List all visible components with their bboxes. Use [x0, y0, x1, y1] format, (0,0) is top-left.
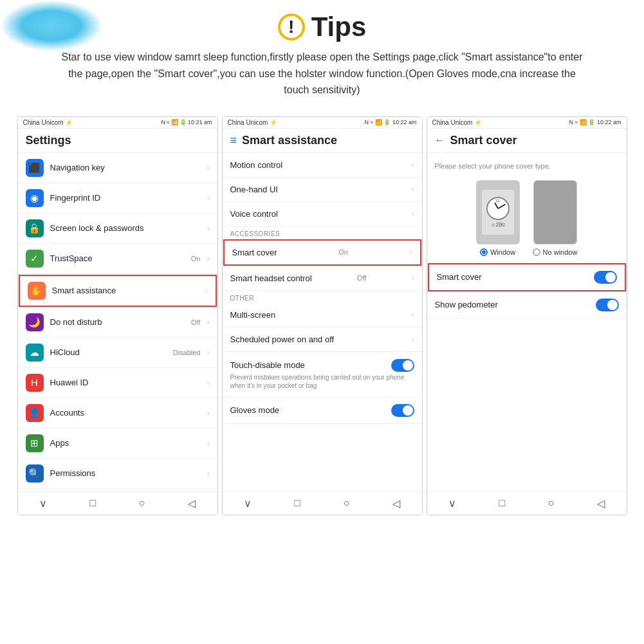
settings-item-screenlock[interactable]: 🔒 Screen lock & passwords ›: [18, 214, 217, 244]
bottom-nav-2: ∨ □ ○ ◁: [223, 492, 422, 515]
nav-down-2[interactable]: ∨: [244, 497, 252, 510]
huaweiid-icon: H: [26, 374, 44, 392]
nowindow-radio: [533, 248, 540, 256]
dnd-icon: 🌙: [26, 313, 44, 331]
sa-voice-control[interactable]: Voice control ›: [223, 202, 422, 226]
smart-assistance-chevron: ›: [205, 286, 208, 295]
smart-cover-label: Smart cover: [232, 248, 277, 257]
clock-display: 12 ☼28c: [482, 190, 514, 235]
page-header: ! Tips Star to use view window samrt sle…: [0, 0, 644, 116]
sa-touch-disable[interactable]: Touch-disable mode Prevent mistaken oper…: [223, 352, 422, 398]
settings-item-dnd[interactable]: 🌙 Do not disturb Off ›: [18, 308, 217, 338]
settings-item-huaweiid[interactable]: H Huawei ID ›: [18, 368, 217, 398]
title-text: Tips: [311, 12, 367, 42]
apps-chevron: ›: [207, 439, 210, 448]
clock-face: 12: [486, 197, 510, 220]
touch-disable-toggle[interactable]: [391, 359, 414, 372]
hicloud-icon: ☁: [26, 344, 44, 362]
smart-cover-toggle[interactable]: [594, 271, 617, 284]
cover-option-window[interactable]: 12 ☼28c Window: [476, 180, 520, 256]
show-pedometer-label: Show pedometer: [435, 300, 498, 309]
nav-back-3[interactable]: ◁: [597, 497, 605, 510]
sa-multiscreen[interactable]: Multi-screen ›: [223, 303, 422, 327]
fingerprint-label: Fingerprint ID: [50, 193, 201, 203]
nav-circle-1[interactable]: ○: [139, 497, 145, 509]
settings-item-smart-assistance[interactable]: ✋ Smart assistance ›: [19, 275, 217, 307]
apps-label: Apps: [50, 438, 201, 448]
bottom-nav-3: ∨ □ ○ ◁: [427, 492, 627, 515]
fingerprint-chevron: ›: [207, 194, 210, 203]
menu-icon[interactable]: ≡: [230, 134, 237, 147]
sa-motion-control[interactable]: Motion control ›: [223, 153, 422, 178]
tips-description: Star to use view window samrt sleep func…: [59, 49, 586, 98]
nav-circle-2[interactable]: ○: [344, 497, 350, 509]
accounts-chevron: ›: [207, 409, 210, 418]
nav-label: Navigation key: [50, 163, 201, 172]
onehand-label: One-hand UI: [230, 185, 278, 194]
voice-label: Voice control: [230, 209, 278, 219]
permissions-label: Permissions: [50, 468, 201, 478]
show-pedometer-toggle[interactable]: [596, 299, 619, 311]
settings-title: Settings: [26, 134, 71, 147]
smart-cover-page-title: Smart cover: [450, 134, 517, 147]
nav-square-1[interactable]: □: [89, 497, 96, 509]
phone-screen-1: China Unicom ⚡ N ≈ 📶 🔋 10:21 am Settings…: [17, 116, 218, 515]
huaweiid-label: Huawei ID: [50, 378, 201, 387]
nav-circle-3[interactable]: ○: [548, 497, 555, 509]
status-bar-2: China Unicom ⚡ N ≈ 📶 🔋 10:22 am: [223, 117, 422, 129]
sa-smart-cover[interactable]: Smart cover On ›: [223, 239, 421, 266]
screenlock-icon: 🔒: [26, 219, 44, 237]
smart-cover-toggle-row[interactable]: Smart cover: [428, 263, 626, 291]
nav-down-1[interactable]: ∨: [39, 497, 47, 510]
permissions-icon: 🔍: [26, 465, 44, 483]
other-section-label: OTHER: [223, 291, 422, 303]
nav-icon: ⬛: [26, 159, 44, 177]
nav-down-3[interactable]: ∨: [448, 497, 456, 510]
dnd-chevron: ›: [207, 318, 210, 327]
settings-item-hicloud[interactable]: ☁ HiCloud Disabled ›: [18, 338, 217, 368]
window-cover-image: 12 ☼28c: [476, 180, 520, 244]
phones-container: China Unicom ⚡ N ≈ 📶 🔋 10:21 am Settings…: [0, 116, 644, 515]
smart-cover-value: On: [338, 248, 348, 256]
trustspace-label: TrustSpace: [50, 253, 185, 263]
nav-back-1[interactable]: ◁: [188, 497, 196, 510]
status-icons-1: N ≈ 📶 🔋 10:21 am: [161, 119, 212, 125]
huaweiid-chevron: ›: [207, 378, 210, 387]
settings-item-trustspace[interactable]: ✓ TrustSpace On ›: [18, 244, 217, 274]
screenlock-chevron: ›: [207, 224, 210, 233]
settings-item-accounts[interactable]: 👤 Accounts ›: [18, 398, 217, 428]
cover-option-nowindow[interactable]: No window: [533, 180, 578, 256]
sa-scheduled-power[interactable]: Scheduled power on and off ›: [223, 327, 422, 352]
motion-control-label: Motion control: [230, 160, 283, 170]
hicloud-value: Disabled: [173, 349, 201, 356]
settings-item-apps[interactable]: ⊞ Apps ›: [18, 428, 217, 459]
status-left-2: China Unicom ⚡: [228, 119, 278, 126]
hicloud-chevron: ›: [207, 348, 210, 357]
sa-onehand-ui[interactable]: One-hand UI ›: [223, 178, 422, 202]
gloves-toggle[interactable]: [391, 404, 414, 417]
cover-options-row: 12 ☼28c Window: [427, 174, 627, 262]
show-pedometer-toggle-row[interactable]: Show pedometer: [427, 292, 627, 318]
settings-item-memory[interactable]: 💾 Memory & storage ›: [18, 489, 217, 492]
settings-item-fingerprint[interactable]: ◉ Fingerprint ID ›: [18, 183, 217, 214]
settings-item-permissions[interactable]: 🔍 Permissions ›: [18, 459, 217, 489]
smart-assistance-icon: ✋: [28, 282, 46, 300]
accounts-label: Accounts: [50, 408, 201, 418]
nav-chevron: ›: [207, 163, 210, 172]
dnd-label: Do not disturb: [50, 317, 185, 327]
back-icon[interactable]: ←: [435, 134, 445, 146]
nav-square-3[interactable]: □: [499, 497, 505, 509]
settings-item-navigation[interactable]: ⬛ Navigation key ›: [18, 153, 217, 183]
sa-headset-control[interactable]: Smart headset control Off ›: [223, 266, 422, 291]
status-left-1: China Unicom ⚡: [23, 119, 73, 126]
nav-square-2[interactable]: □: [294, 497, 300, 509]
touch-disable-desc: Prevent mistaken operations being carrie…: [230, 373, 414, 390]
sa-gloves-mode[interactable]: Gloves mode: [223, 398, 422, 424]
accounts-icon: 👤: [26, 404, 44, 422]
nav-back-2[interactable]: ◁: [392, 497, 400, 510]
tips-title: ! Tips: [26, 12, 618, 42]
smart-cover-content: Please select your phone cover type. 12 …: [427, 153, 627, 492]
voice-chevron: ›: [412, 209, 414, 218]
nowindow-option-label: No window: [533, 248, 578, 256]
gloves-label: Gloves mode: [230, 405, 280, 415]
